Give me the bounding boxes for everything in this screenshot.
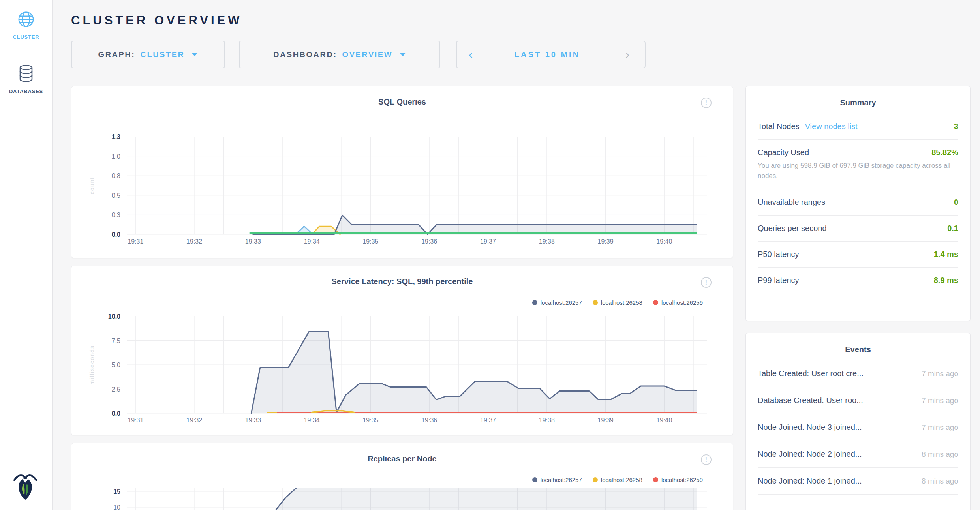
legend-label: localhost:26257: [541, 476, 582, 483]
event-timestamp: 8 mins ago: [922, 450, 958, 459]
event-row: Table Created: User root cre...7 mins ag…: [758, 360, 958, 387]
y-axis-tick: 0.0: [112, 410, 120, 417]
y-axis-tick: 1.0: [112, 153, 120, 160]
legend-dot-icon: [532, 300, 537, 305]
summary-row-label: Unavailable ranges: [758, 198, 825, 207]
event-timestamp: 8 mins ago: [922, 477, 958, 486]
summary-row: P99 latency8.9 ms: [758, 267, 958, 293]
x-axis-tick: 19:32: [186, 417, 202, 424]
legend-item[interactable]: localhost:26257: [532, 299, 582, 306]
charts-column: SQL Queries!0.00.30.50.81.01.319:3119:32…: [71, 86, 733, 510]
event-text: Node Joined: Node 1 joined...: [758, 476, 862, 486]
y-axis-tick: 0.0: [112, 231, 120, 238]
summary-row-label: Total Nodes: [758, 122, 800, 131]
chevron-right-icon: ›: [625, 48, 629, 61]
time-range-selector: ‹ LAST 10 MIN ›: [456, 41, 646, 68]
y-axis-tick: 0.3: [112, 212, 120, 218]
legend-dot-icon: [532, 477, 537, 482]
x-axis-tick: 19:31: [128, 238, 143, 245]
x-axis-tick: 19:35: [362, 417, 378, 424]
legend-item[interactable]: localhost:26257: [532, 476, 582, 483]
main-content: CLUSTER OVERVIEW GRAPH: CLUSTER DASHBOAR…: [53, 0, 980, 510]
y-axis-tick: 0.8: [112, 172, 120, 179]
x-axis-tick: 19:34: [304, 238, 320, 245]
chart-sql-queries: SQL Queries!0.00.30.50.81.01.319:3119:32…: [71, 86, 733, 258]
summary-row-value: 1.4 ms: [934, 250, 958, 259]
graph-dropdown-label: GRAPH:: [98, 50, 135, 59]
legend-dot-icon: [653, 477, 658, 482]
legend-dot-icon: [593, 477, 598, 482]
summary-row: Unavailable ranges0: [758, 189, 958, 215]
events-title: Events: [758, 333, 958, 360]
x-axis-tick: 19:39: [598, 238, 614, 245]
legend-dot-icon: [593, 300, 598, 305]
graph-dropdown[interactable]: GRAPH: CLUSTER: [71, 41, 225, 68]
dashboard-dropdown-label: DASHBOARD:: [273, 50, 337, 59]
sidebar-item-label: CLUSTER: [0, 34, 52, 40]
side-column: Summary Total NodesView nodes list3Capac…: [745, 86, 971, 510]
chart-plot-area[interactable]: 0.00.30.50.81.01.319:3119:3219:3319:3419…: [71, 86, 733, 258]
summary-panel: Summary Total NodesView nodes list3Capac…: [745, 86, 971, 321]
event-row: Node Joined: Node 2 joined...8 mins ago: [758, 441, 958, 468]
x-axis-tick: 19:34: [304, 417, 320, 424]
y-axis-tick: 10: [113, 504, 120, 510]
x-axis-tick: 19:40: [656, 417, 672, 424]
time-forward-button[interactable]: ›: [610, 41, 645, 68]
legend-item[interactable]: localhost:26258: [593, 299, 642, 306]
sidebar: CLUSTER DATABASES: [0, 0, 53, 510]
cockroachdb-logo: [13, 472, 37, 502]
legend-item[interactable]: localhost:26258: [593, 476, 642, 483]
summary-row-value: 8.9 ms: [934, 276, 958, 285]
series-area-navy: [253, 482, 697, 510]
chevron-left-icon: ‹: [469, 48, 473, 61]
y-axis-tick: 15: [113, 488, 120, 495]
x-axis-tick: 19:32: [186, 238, 202, 245]
legend-item[interactable]: localhost:26259: [653, 299, 703, 306]
event-timestamp: 7 mins ago: [922, 369, 958, 378]
x-axis-tick: 19:40: [656, 238, 672, 245]
x-axis-tick: 19:38: [539, 417, 555, 424]
summary-row-value: 3: [954, 122, 958, 131]
y-axis-tick: 5.0: [112, 362, 120, 368]
y-axis-tick: 1.3: [112, 133, 120, 140]
event-row: Node Joined: Node 1 joined...8 mins ago: [758, 468, 958, 495]
x-axis-tick: 19:37: [480, 417, 496, 424]
sidebar-item-cluster[interactable]: CLUSTER: [0, 10, 52, 40]
time-range-label[interactable]: LAST 10 MIN: [484, 41, 610, 68]
y-axis-tick: 2.5: [112, 386, 120, 393]
sidebar-item-label: DATABASES: [0, 88, 52, 94]
chart-plot-area[interactable]: 0.02.55.07.510.019:3119:3219:3319:3419:3…: [71, 266, 733, 435]
chevron-down-icon: [191, 52, 198, 56]
x-axis-tick: 19:33: [245, 417, 261, 424]
chart-service-latency: Service Latency: SQL, 99th percentile!0.…: [71, 266, 733, 435]
x-axis-tick: 19:33: [245, 238, 261, 245]
summary-row: Queries per second0.1: [758, 215, 958, 241]
sidebar-item-databases[interactable]: DATABASES: [0, 64, 52, 94]
summary-row-label: Queries per second: [758, 224, 827, 233]
summary-row-value: 0: [954, 198, 958, 207]
y-axis-unit-label: milliseconds: [89, 345, 95, 384]
database-icon: [17, 77, 35, 84]
legend-label: localhost:26258: [601, 299, 642, 306]
summary-row-value: 85.82%: [931, 148, 958, 157]
dashboard-dropdown[interactable]: DASHBOARD: OVERVIEW: [239, 41, 440, 68]
time-back-button[interactable]: ‹: [457, 41, 484, 68]
chevron-down-icon: [400, 52, 406, 56]
y-axis-tick: 0.5: [112, 192, 120, 199]
controls-bar: GRAPH: CLUSTER DASHBOARD: OVERVIEW ‹ LAS…: [71, 41, 971, 68]
summary-row: Capacity Used85.82%You are using 598.9 G…: [758, 139, 958, 189]
events-panel: Events Table Created: User root cre...7 …: [745, 333, 971, 510]
x-axis-tick: 19:39: [598, 417, 614, 424]
chart-legend: localhost:26257localhost:26258localhost:…: [532, 476, 703, 483]
legend-label: localhost:26257: [541, 299, 582, 306]
summary-row: Total NodesView nodes list3: [758, 114, 958, 139]
legend-label: localhost:26258: [601, 476, 642, 483]
page-title: CLUSTER OVERVIEW: [71, 13, 971, 28]
y-axis-unit-label: count: [89, 177, 95, 194]
summary-row-value: 0.1: [947, 224, 958, 233]
y-axis-tick: 10.0: [108, 313, 120, 320]
event-row: Database Created: User roo...7 mins ago: [758, 387, 958, 414]
legend-item[interactable]: localhost:26259: [653, 476, 703, 483]
y-axis-tick: 7.5: [112, 338, 120, 344]
view-nodes-list-link[interactable]: View nodes list: [805, 122, 858, 131]
